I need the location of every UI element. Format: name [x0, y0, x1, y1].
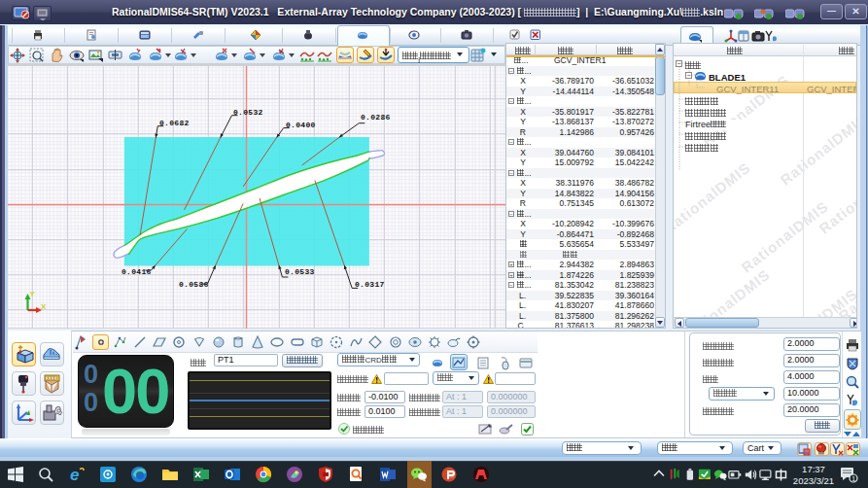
- svg-text:1: 1: [851, 475, 855, 482]
- svg-text:Y: Y: [30, 290, 36, 298]
- svg-text:e: e: [70, 466, 79, 483]
- svg-text:0.0682: 0.0682: [159, 119, 190, 127]
- svg-text:0.0532: 0.0532: [233, 108, 263, 117]
- svg-text:0.0286: 0.0286: [361, 113, 391, 122]
- svg-text:0.0586: 0.0586: [179, 280, 209, 289]
- svg-text:0.0533: 0.0533: [285, 267, 315, 276]
- svg-text:0.0400: 0.0400: [286, 121, 316, 129]
- svg-text:0.0317: 0.0317: [355, 280, 385, 289]
- svg-text:X: X: [41, 302, 47, 311]
- svg-text:0.0416: 0.0416: [122, 267, 152, 276]
